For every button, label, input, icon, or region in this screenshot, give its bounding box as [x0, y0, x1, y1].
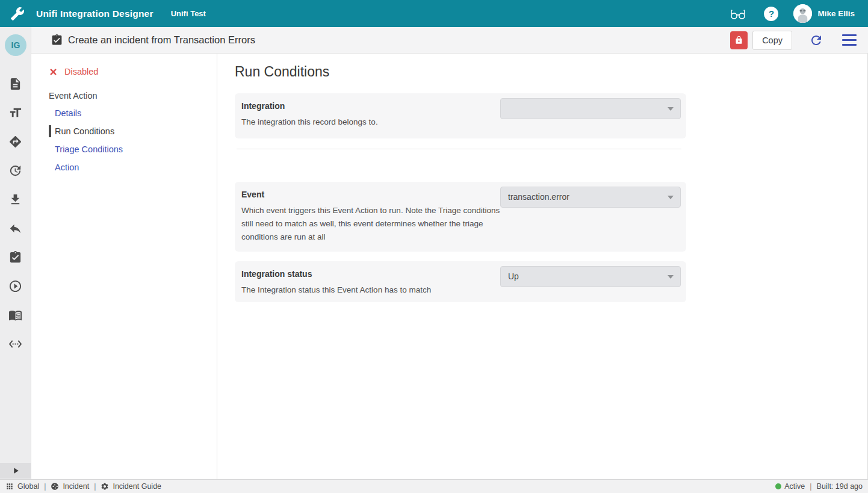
gear-icon [101, 482, 109, 491]
download-icon[interactable] [8, 193, 22, 206]
app-label: Incident [63, 482, 89, 491]
selected-value: Up [501, 267, 680, 287]
code-icon[interactable] [8, 337, 22, 351]
field-label: Integration [241, 101, 285, 111]
nav-item-details[interactable]: Details [55, 108, 81, 118]
incident-app-icon [51, 482, 59, 491]
user-name[interactable]: Mike Ellis [817, 9, 855, 18]
section-divider [237, 149, 681, 149]
record-nav-panel: Disabled Event Action Details Run Condit… [31, 54, 217, 479]
app-title: Unifi Integration Designer [36, 8, 153, 19]
hamburger-menu-icon[interactable] [842, 34, 857, 46]
directions-icon[interactable] [8, 135, 22, 149]
status-bar: Global | Incident | Incident Guide Activ… [0, 479, 868, 493]
event-select[interactable]: transaction.error [500, 187, 681, 208]
top-app-bar: Unifi Integration Designer Unifi Test ? … [0, 0, 868, 27]
scope-selector[interactable]: Global [5, 482, 39, 491]
separator: | [44, 482, 46, 491]
disabled-status[interactable]: Disabled [49, 67, 98, 76]
lock-icon [734, 36, 743, 45]
page-title: Create an incident from Transaction Erro… [68, 34, 255, 46]
nav-item-run-conditions[interactable]: Run Conditions [55, 126, 114, 136]
glasses-icon[interactable] [728, 7, 748, 21]
field-event: Event Which event triggers this Event Ac… [235, 182, 686, 252]
play-circle-icon[interactable] [8, 279, 22, 293]
copy-button[interactable]: Copy [752, 31, 792, 50]
refresh-icon[interactable] [809, 33, 823, 48]
separator: | [810, 482, 811, 491]
chevron-down-icon [668, 107, 674, 111]
integration-status-select[interactable]: Up [500, 266, 681, 287]
grid-icon [5, 482, 14, 491]
field-description: The integration this record belongs to. [241, 116, 501, 129]
nav-item-action[interactable]: Action [55, 163, 79, 172]
environment-label: Unifi Test [171, 9, 206, 18]
status-label: Active [784, 482, 805, 491]
book-icon[interactable] [8, 308, 22, 322]
main-content: Run Conditions Integration The integrati… [218, 54, 868, 479]
workspace-avatar[interactable]: IG [5, 34, 26, 56]
built-label: Built: 19d ago [817, 482, 863, 491]
active-status-dot [775, 483, 781, 489]
app-selector[interactable]: Incident [51, 482, 89, 491]
integration-selector[interactable]: Incident Guide [101, 482, 161, 491]
disabled-label: Disabled [64, 67, 98, 76]
page-heading: Run Conditions [235, 64, 329, 80]
field-label: Integration status [241, 269, 312, 279]
integration-label: Incident Guide [113, 482, 161, 491]
chevron-down-icon [668, 275, 674, 279]
separator: | [94, 482, 96, 491]
field-integration-status: Integration status The Integration statu… [235, 261, 686, 302]
selected-value: transaction.error [501, 187, 680, 207]
scope-label: Global [17, 482, 39, 491]
x-icon [49, 68, 57, 76]
field-label: Event [241, 190, 264, 199]
field-description: The Integration status this Event Action… [241, 284, 501, 297]
chevron-right-icon [11, 466, 20, 476]
left-icon-rail: IG [0, 27, 31, 479]
chevron-down-icon [668, 196, 674, 199]
wrench-logo-icon[interactable] [10, 7, 25, 21]
reply-icon[interactable] [8, 222, 22, 235]
text-format-icon[interactable] [8, 106, 22, 120]
field-integration: Integration The integration this record … [235, 93, 686, 138]
field-description: Which event triggers this Event Action t… [241, 204, 501, 244]
lock-button[interactable] [730, 31, 748, 49]
integration-select[interactable] [500, 98, 681, 119]
help-icon[interactable]: ? [764, 7, 778, 21]
nav-section-title: Event Action [49, 91, 98, 101]
event-action-record-icon [51, 34, 63, 46]
sidebar-expand-toggle[interactable] [0, 463, 31, 479]
document-icon[interactable] [8, 77, 22, 91]
nav-item-triage-conditions[interactable]: Triage Conditions [55, 144, 123, 154]
history-icon[interactable] [8, 164, 22, 178]
record-title-bar: Create an incident from Transaction Erro… [31, 27, 868, 54]
user-avatar[interactable] [793, 4, 812, 23]
tasks-icon[interactable] [8, 250, 22, 264]
